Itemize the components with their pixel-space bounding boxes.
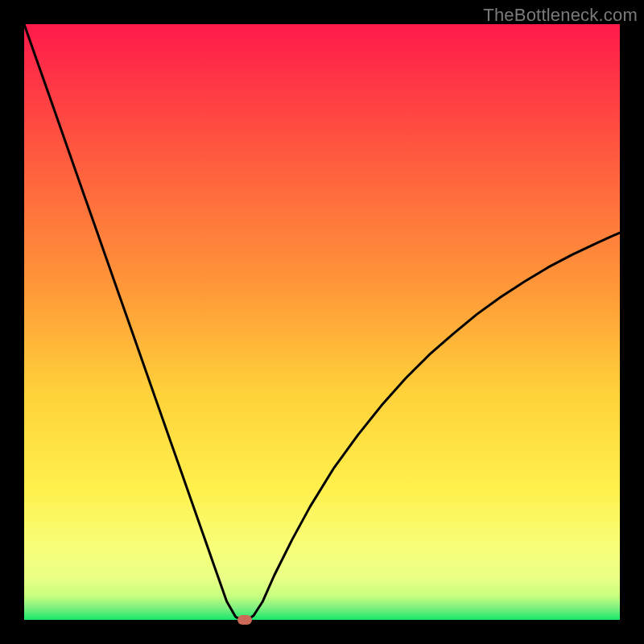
bottleneck-curve [24,24,620,620]
watermark-label: TheBottleneck.com [483,5,638,26]
minimum-marker [237,615,252,625]
chart-frame [24,24,620,620]
